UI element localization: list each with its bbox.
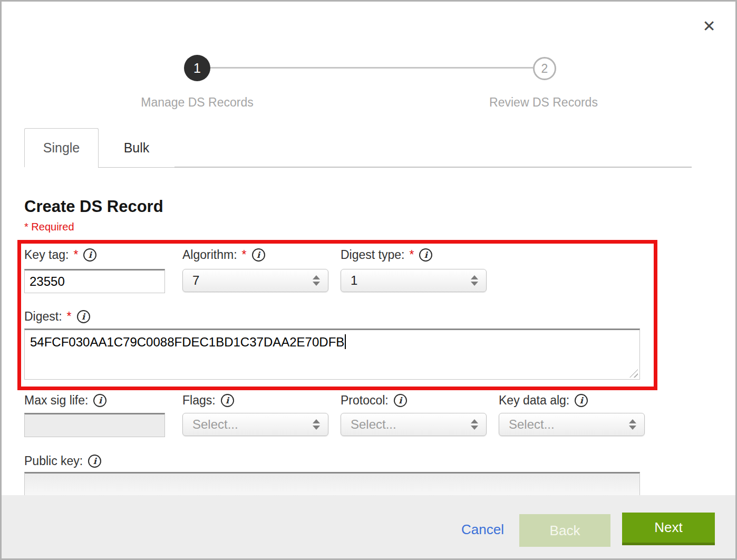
create-ds-record-modal: ✕ 1 2 Manage DS Records Review DS Record… [0, 0, 737, 560]
protocol-select[interactable]: Select... [341, 413, 487, 436]
stepper-connector [210, 67, 533, 69]
digest-label: Digest: * i [24, 310, 90, 324]
page-title: Create DS Record [24, 197, 163, 216]
algorithm-select[interactable]: 7 [182, 269, 328, 292]
tab-single[interactable]: Single [24, 128, 99, 167]
info-icon[interactable]: i [394, 394, 407, 407]
required-star: * [67, 310, 72, 324]
resize-handle-icon[interactable] [629, 369, 638, 378]
info-icon[interactable]: i [221, 394, 234, 407]
digest-value: 54FCF030AA1C79C0088FDEC1BD1C37DAA2E70DFB [30, 335, 344, 349]
key-data-alg-label: Key data alg: i [499, 393, 588, 408]
max-sig-life-label: Max sig life: i [24, 393, 106, 408]
next-button[interactable]: Next [622, 513, 715, 545]
digest-type-label: Digest type: * i [341, 248, 432, 262]
algorithm-select-value: 7 [192, 273, 199, 288]
step-1-label: Manage DS Records [92, 95, 303, 110]
flags-label: Flags: i [182, 393, 234, 408]
tab-divider [98, 167, 692, 168]
required-star: * [409, 248, 414, 262]
select-spinner-icon [629, 419, 636, 430]
public-key-label: Public key: i [24, 454, 101, 468]
select-spinner-icon [471, 419, 478, 430]
info-icon[interactable]: i [252, 248, 265, 262]
digest-type-select-value: 1 [351, 273, 357, 288]
step-1-indicator: 1 [184, 55, 210, 81]
max-sig-life-input[interactable] [24, 413, 165, 437]
required-star: * [242, 248, 247, 262]
select-spinner-icon [471, 275, 478, 286]
cancel-button[interactable]: Cancel [461, 522, 504, 538]
info-icon[interactable]: i [93, 394, 106, 407]
algorithm-label: Algorithm: * i [182, 248, 265, 262]
step-2-label: Review DS Records [438, 95, 649, 110]
key-data-alg-select-value: Select... [509, 417, 555, 432]
digest-textarea[interactable]: 54FCF030AA1C79C0088FDEC1BD1C37DAA2E70DFB [24, 329, 640, 380]
key-tag-label: Key tag: * i [24, 248, 96, 262]
flags-select-value: Select... [192, 417, 238, 432]
step-2-indicator: 2 [533, 57, 556, 80]
info-icon[interactable]: i [83, 248, 96, 262]
protocol-label: Protocol: i [341, 393, 407, 408]
info-icon[interactable]: i [575, 394, 588, 407]
key-data-alg-select[interactable]: Select... [499, 413, 645, 436]
back-button[interactable]: Back [519, 514, 610, 547]
protocol-select-value: Select... [351, 417, 396, 432]
text-caret [345, 334, 346, 349]
close-icon[interactable]: ✕ [697, 14, 721, 37]
modal-footer: Cancel Back Next [2, 495, 735, 558]
tab-bulk[interactable]: Bulk [99, 128, 174, 167]
required-note: * Required [24, 221, 74, 233]
info-icon[interactable]: i [88, 455, 101, 468]
digest-type-select[interactable]: 1 [341, 269, 487, 292]
info-icon[interactable]: i [77, 310, 90, 323]
required-star: * [73, 248, 78, 262]
key-tag-input[interactable] [24, 269, 165, 293]
info-icon[interactable]: i [419, 248, 432, 262]
flags-select[interactable]: Select... [182, 413, 328, 436]
select-spinner-icon [313, 275, 320, 286]
select-spinner-icon [313, 419, 320, 430]
